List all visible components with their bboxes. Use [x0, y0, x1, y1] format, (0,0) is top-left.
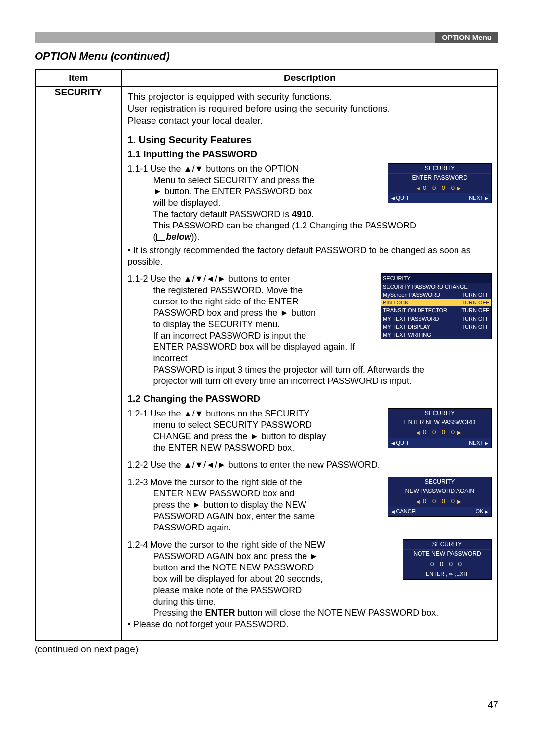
osd-subtitle: NEW PASSWORD AGAIN	[388, 487, 491, 495]
osd-row: TRANSITION DETECTOR	[383, 307, 447, 314]
col-item: Item	[35, 69, 121, 87]
default-password: 4910	[292, 209, 311, 219]
continued-note: (continued on next page)	[35, 644, 498, 655]
osd-row: MY TEXT WRITING	[383, 331, 431, 338]
osd-row-r: TURN OFF	[461, 291, 489, 298]
osd-row: MY TEXT DISPLAY	[383, 323, 430, 330]
step-line: This PASSWORD can be changed (1.2 Changi…	[128, 220, 492, 231]
osd-next: NEXT	[469, 439, 488, 447]
step-1-2-4: SECURITY NOTE NEW PASSWORD 0 0 0 0 ENTER…	[128, 539, 492, 630]
step-1-1-1: SECURITY ENTER PASSWORD 0 0 0 0 QUIT NEX…	[128, 163, 492, 267]
intro-block: This projector is equipped with security…	[128, 91, 492, 127]
step-number: 1.2-1	[128, 409, 148, 418]
osd-enter-password: SECURITY ENTER PASSWORD 0 0 0 0 QUIT NEX…	[388, 163, 492, 203]
step-line: ENTER PASSWORD box will be displayed aga…	[128, 341, 492, 364]
osd-row: MyScreen PASSWORD	[383, 291, 440, 298]
osd-row: SECURITY PASSWORD CHANGE	[383, 283, 468, 290]
intro-line: Please contact your local dealer.	[128, 115, 492, 127]
osd-digits: 0 0 0 0	[414, 184, 465, 192]
step-line: Use the ▲/▼ buttons on the OPTION	[151, 164, 299, 174]
osd-digits: 0 0 0 0	[414, 497, 465, 506]
step-1-2-2: 1.2-2 Use the ▲/▼/◄/► buttons to enter t…	[128, 459, 492, 471]
step-line: please make note of the PASSWORD	[128, 585, 492, 596]
osd-quit: QUIT	[391, 194, 409, 202]
osd-title: SECURITY	[388, 409, 491, 418]
page: OPTION Menu OPTION Menu (continued) Item…	[0, 32, 533, 730]
osd-title: SECURITY	[388, 477, 491, 487]
bullet: • Please do not forget your PASSWORD.	[128, 619, 492, 630]
enter-bold: ENTER	[205, 608, 235, 618]
osd-subtitle: ENTER PASSWORD	[388, 174, 491, 182]
osd-cancel: CANCEL	[391, 508, 418, 515]
osd-row: MY TEXT PASSWORD	[383, 315, 439, 322]
osd-digits: 0 0 0 0	[430, 560, 464, 568]
step-line: Pressing the ENTER button will close the…	[128, 607, 492, 619]
intro-line: This projector is equipped with security…	[128, 91, 492, 103]
desc-cell: This projector is equipped with security…	[121, 87, 498, 641]
step-number: 1.2-2	[128, 460, 148, 470]
heading-1-2: 1.2 Changing the PASSWORD	[128, 393, 492, 405]
step-1-2-1: SECURITY ENTER NEW PASSWORD 0 0 0 0 QUIT…	[128, 408, 492, 454]
osd-digits: 0 0 0 0	[414, 428, 465, 437]
step-1-1-2: SECURITY SECURITY PASSWORD CHANGE MyScre…	[128, 273, 492, 387]
osd-title: SECURITY	[381, 274, 491, 283]
step-line: Move the cursor to the right side of the…	[151, 540, 325, 550]
item-security: SECURITY	[35, 87, 121, 641]
osd-quit: QUIT	[391, 439, 409, 447]
step-line: projector will turn off every time an in…	[128, 376, 492, 387]
step-1-2-3: SECURITY NEW PASSWORD AGAIN 0 0 0 0 CANC…	[128, 477, 492, 533]
osd-row-r: TURN OFF	[461, 315, 489, 322]
step-line: Move the cursor to the right side of the	[151, 477, 302, 487]
intro-line: User registration is required before usi…	[128, 103, 492, 114]
step-number: 1.2-3	[128, 477, 148, 487]
below-ref: below	[166, 232, 191, 242]
bullet: • It is strongly recommended the factory…	[128, 245, 492, 267]
osd-note-password: SECURITY NOTE NEW PASSWORD 0 0 0 0 ENTER…	[403, 539, 492, 580]
osd-subtitle: ENTER NEW PASSWORD	[388, 418, 491, 427]
step-line: Use the ▲/▼/◄/► buttons to enter	[151, 274, 290, 284]
header-tab: OPTION Menu	[435, 32, 498, 43]
osd-title: SECURITY	[388, 164, 491, 174]
step-line: (below)).	[128, 231, 492, 243]
osd-next: NEXT	[469, 194, 488, 202]
osd-ok: OK	[476, 508, 488, 515]
step-number: 1.2-4	[128, 540, 148, 550]
step-line: Use the ▲/▼ buttons on the SECURITY	[151, 409, 310, 418]
page-number: 47	[35, 699, 498, 711]
osd-row-r: TURN OFF	[461, 299, 489, 306]
osd-enter-new-password: SECURITY ENTER NEW PASSWORD 0 0 0 0 QUIT…	[388, 408, 492, 448]
osd-password-again: SECURITY NEW PASSWORD AGAIN 0 0 0 0 CANC…	[388, 477, 492, 517]
step-line: PASSWORD is input 3 times the projector …	[128, 364, 492, 376]
col-desc: Description	[121, 69, 498, 87]
osd-row-r: TURN OFF	[461, 323, 489, 330]
osd-note-foot: ENTER , ⏎ ;EXIT	[403, 569, 491, 579]
book-icon	[156, 234, 165, 241]
osd-subtitle: NOTE NEW PASSWORD	[403, 550, 491, 558]
header-bar: OPTION Menu	[35, 32, 498, 43]
step-line: PASSWORD again.	[128, 522, 492, 533]
step-line: Use the ▲/▼/◄/► buttons to enter the new…	[151, 460, 380, 470]
heading-1-1: 1.1 Inputting the PASSWORD	[128, 149, 492, 160]
step-number: 1.1-1	[128, 164, 148, 174]
step-number: 1.1-2	[128, 274, 148, 284]
heading-1: 1. Using Security Features	[128, 134, 492, 147]
step-line: during this time.	[128, 596, 492, 607]
main-table: Item Description SECURITY This projector…	[35, 69, 498, 641]
osd-row-r: TURN OFF	[461, 307, 489, 314]
osd-security-menu: SECURITY SECURITY PASSWORD CHANGE MyScre…	[381, 273, 492, 339]
osd-row: PIN LOCK	[383, 299, 408, 306]
section-title: OPTION Menu (continued)	[35, 50, 498, 63]
osd-title: SECURITY	[403, 540, 491, 550]
step-line: The factory default PASSWORD is 4910.	[128, 209, 492, 220]
